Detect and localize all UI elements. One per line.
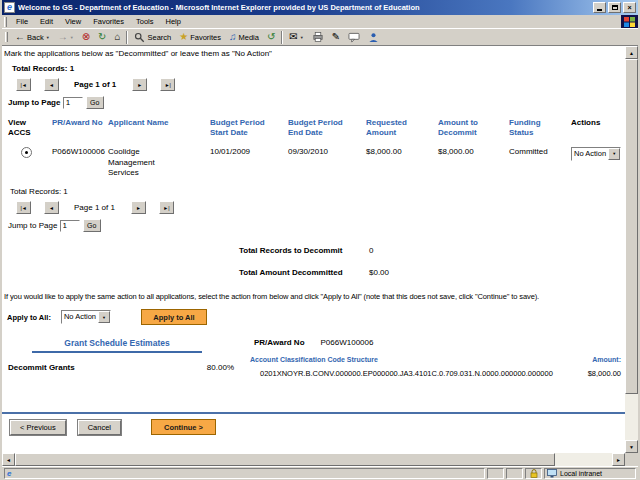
edit-button[interactable]: ✎ xyxy=(328,30,344,45)
favorites-label: Favorites xyxy=(190,33,221,42)
title-bar: e Welcome to GS - Department of Educatio… xyxy=(2,0,638,15)
header-requested-amount[interactable]: Requested Amount xyxy=(366,118,438,139)
table-row-cell-budget-start: 10/01/2009 xyxy=(210,147,288,158)
header-pr-award-no[interactable]: PR/Award No xyxy=(52,118,108,128)
jump-to-page-label: Jump to Page xyxy=(8,98,60,107)
next-page-button[interactable]: ► xyxy=(131,201,146,214)
menu-file[interactable]: File xyxy=(10,17,34,26)
header-applicant-name[interactable]: Applicant Name xyxy=(108,118,210,128)
refresh-button[interactable]: ↻ xyxy=(94,30,110,45)
header-amount-to-decommit[interactable]: Amount to Decommit xyxy=(438,118,509,139)
apply-all-action-select[interactable]: No Action ▼ xyxy=(61,310,111,324)
decommit-grants-label: Decommit Grants xyxy=(8,363,75,372)
pr-award-no-value: P066W100006 xyxy=(321,338,374,347)
first-page-button[interactable]: |◄ xyxy=(16,201,31,214)
go-button[interactable]: Go xyxy=(83,219,101,232)
cancel-button[interactable]: Cancel xyxy=(78,420,121,435)
restore-button[interactable] xyxy=(608,2,621,13)
back-button[interactable]: ← Back ▼ xyxy=(11,30,54,45)
row-action-value: No Action xyxy=(572,148,608,160)
header-budget-end[interactable]: Budget Period End Date xyxy=(288,118,366,139)
grant-schedule-heading: Grant Schedule Estimates xyxy=(32,338,202,353)
table-row-cell-budget-end: 09/30/2010 xyxy=(288,147,366,158)
menu-help[interactable]: Help xyxy=(160,17,187,26)
status-bar: e Local intranet xyxy=(2,466,638,480)
prev-page-button[interactable]: ◄ xyxy=(44,78,59,91)
history-icon: ↺ xyxy=(267,32,275,42)
table-row-cell-requested-amount: $8,000.00 xyxy=(366,147,438,158)
total-records-top: Total Records: 1 xyxy=(12,64,625,73)
search-button[interactable]: Search xyxy=(130,30,175,45)
menu-favorites[interactable]: Favorites xyxy=(87,17,130,26)
jump-to-page-label: Jump to Page xyxy=(8,221,57,230)
scroll-up-button[interactable]: ▲ xyxy=(625,46,638,59)
page-status-icon: e xyxy=(7,470,11,478)
header-funding-status[interactable]: Funding Status xyxy=(509,118,571,139)
page-indicator: Page 1 of 1 xyxy=(74,80,128,89)
back-icon: ← xyxy=(15,32,25,42)
stop-icon: ⊗ xyxy=(82,32,90,42)
history-button[interactable]: ↺ xyxy=(263,30,279,45)
vertical-scroll-track[interactable] xyxy=(625,59,638,440)
apply-all-instruction: If you would like to apply the same acti… xyxy=(4,292,625,301)
security-zone-pane: Local intranet xyxy=(544,468,636,479)
minimize-button[interactable] xyxy=(593,2,606,13)
toolbar-grip[interactable] xyxy=(5,32,8,42)
menu-view[interactable]: View xyxy=(59,17,87,26)
total-amount-decommitted-label: Total Amount Decommitted xyxy=(239,268,369,277)
print-icon xyxy=(312,31,324,43)
forward-button[interactable]: → ▼ xyxy=(54,30,78,45)
page-content: Mark the applications below as "Decommit… xyxy=(2,46,625,453)
continue-button[interactable]: Continue > xyxy=(151,419,216,435)
horizontal-scroll-thumb[interactable] xyxy=(15,453,555,466)
minimize-icon xyxy=(597,9,602,11)
status-pane xyxy=(487,468,504,479)
toolbar-separator xyxy=(281,31,283,44)
home-button[interactable]: ⌂ xyxy=(110,30,124,45)
last-page-button[interactable]: ►| xyxy=(160,78,175,91)
messenger-icon xyxy=(368,32,379,43)
status-pane xyxy=(506,468,523,479)
refresh-icon: ↻ xyxy=(98,32,106,42)
scroll-right-button[interactable]: ► xyxy=(612,453,625,466)
favorites-button[interactable]: ★ Favorites xyxy=(175,30,225,45)
vertical-scroll-thumb[interactable] xyxy=(625,59,638,394)
ie-logo-icon: e xyxy=(4,2,15,13)
mail-dropdown-icon: ▼ xyxy=(300,35,304,40)
jump-to-page-input[interactable] xyxy=(60,220,80,232)
forward-icon: → xyxy=(58,32,68,42)
page-indicator: Page 1 of 1 xyxy=(74,203,127,212)
prev-page-button[interactable]: ◄ xyxy=(44,201,59,214)
horizontal-scrollbar[interactable]: ◄ ► xyxy=(2,453,638,466)
table-row-cell-applicant-name: Coolidge Management Services xyxy=(108,147,210,179)
menu-edit[interactable]: Edit xyxy=(34,17,59,26)
previous-button[interactable]: < Previous xyxy=(10,420,66,435)
stop-button[interactable]: ⊗ xyxy=(78,30,94,45)
first-page-button[interactable]: |◄ xyxy=(16,78,31,91)
last-page-button[interactable]: ►| xyxy=(159,201,174,214)
discuss-button[interactable] xyxy=(344,30,364,45)
go-button[interactable]: Go xyxy=(86,96,104,109)
row-action-select[interactable]: No Action ▼ xyxy=(571,147,621,161)
jump-to-page-bottom: Jump to Page Go xyxy=(8,219,625,232)
vertical-scrollbar[interactable]: ▲ ▼ xyxy=(625,46,638,453)
total-amount-decommitted-value: $0.00 xyxy=(369,268,389,277)
jump-to-page-input[interactable] xyxy=(63,97,83,109)
header-budget-start[interactable]: Budget Period Start Date xyxy=(210,118,288,139)
mail-button[interactable]: ✉ ▼ xyxy=(285,30,307,45)
print-button[interactable] xyxy=(308,30,328,45)
media-button[interactable]: ♫ Media xyxy=(225,30,263,45)
section-divider xyxy=(2,412,625,414)
messenger-button[interactable] xyxy=(364,30,383,45)
menubar-grip[interactable] xyxy=(4,17,7,27)
apply-all-controls: Apply to All: No Action ▼ Apply to All xyxy=(7,309,625,325)
menu-tools[interactable]: Tools xyxy=(130,17,160,26)
scroll-left-button[interactable]: ◄ xyxy=(2,453,15,466)
table-row-cell-funding-status: Committed xyxy=(509,147,571,158)
close-button[interactable]: × xyxy=(623,2,636,13)
horizontal-scroll-track[interactable] xyxy=(15,453,612,466)
next-page-button[interactable]: ► xyxy=(132,78,147,91)
scroll-down-button[interactable]: ▼ xyxy=(625,440,638,453)
select-application-radio[interactable] xyxy=(21,147,32,158)
apply-to-all-button[interactable]: Apply to All xyxy=(141,309,207,325)
